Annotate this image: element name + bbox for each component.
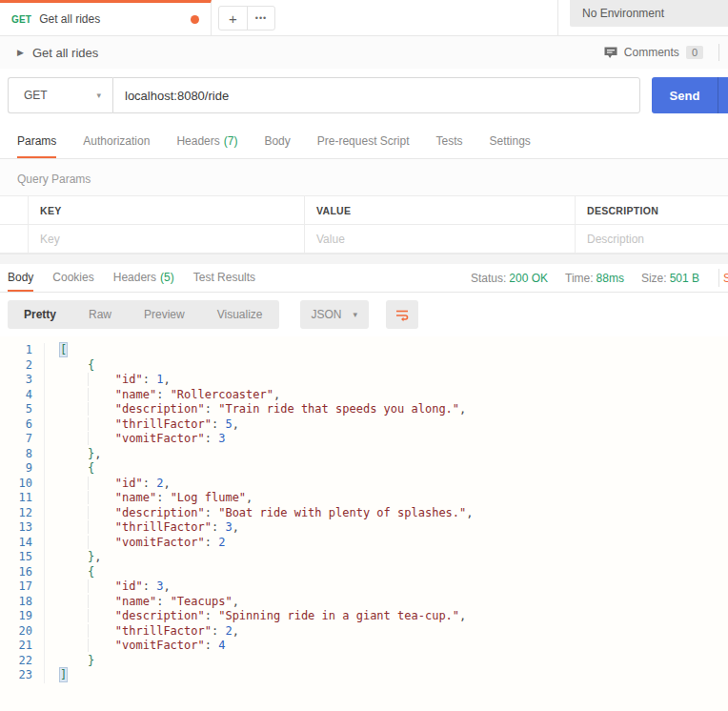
code-line: 17 "id": 3,	[0, 579, 728, 595]
line-content: "name": "Teacups",	[44, 595, 239, 610]
query-params-table: KEY VALUE DESCRIPTION Key Value Descript…	[0, 195, 728, 254]
line-content: {	[44, 565, 94, 580]
line-number: 6	[0, 417, 44, 433]
key-column-header: KEY	[29, 196, 305, 224]
line-content: {	[44, 358, 94, 374]
code-line: 9 {	[0, 461, 728, 477]
headers-count: (7)	[224, 134, 238, 148]
send-options-chevron-icon[interactable]: ▾	[718, 77, 728, 113]
line-content: "description": "Train ride that speeds y…	[44, 402, 466, 417]
wrap-text-icon	[394, 307, 410, 322]
view-raw-button[interactable]: Raw	[72, 300, 128, 329]
line-number: 18	[0, 595, 44, 610]
request-tabs: Params Authorization Headers(7) Body Pre…	[0, 126, 728, 159]
view-mode-switcher: Pretty Raw Preview Visualize	[8, 300, 279, 329]
response-tab-headers[interactable]: Headers(5)	[113, 264, 174, 292]
code-lines: 1[2 {3 "id": 1,4 "name": "Rollercoaster"…	[0, 343, 728, 683]
line-content: "thrillFactor": 2,	[44, 624, 239, 640]
tab-params[interactable]: Params	[17, 126, 56, 158]
url-value: localhost:8080/ride	[125, 89, 229, 103]
line-number: 20	[0, 624, 44, 640]
tab-pre-request-script[interactable]: Pre-request Script	[317, 126, 410, 158]
code-line: 22 }	[0, 654, 728, 669]
response-body-editor[interactable]: 1[2 {3 "id": 1,4 "name": "Rollercoaster"…	[0, 336, 728, 711]
response-tab-test-results[interactable]: Test Results	[193, 264, 255, 292]
view-preview-button[interactable]: Preview	[128, 300, 201, 329]
method-value: GET	[24, 89, 48, 102]
request-title: Get all rides	[32, 46, 98, 60]
query-params-label: Query Params	[0, 169, 728, 195]
save-response-button[interactable]: Save Response	[719, 264, 728, 292]
code-line: 1[	[0, 343, 728, 358]
view-visualize-button[interactable]: Visualize	[201, 300, 279, 329]
tab-headers[interactable]: Headers(7)	[176, 126, 237, 158]
new-tab-button[interactable]: +	[219, 7, 247, 30]
code-line: 7 "vomitFactor": 3	[0, 432, 728, 447]
response-tab-cookies[interactable]: Cookies	[52, 264, 93, 292]
line-content: "vomitFactor": 2	[44, 536, 225, 551]
code-line: 10 "id": 2,	[0, 477, 728, 492]
line-number: 11	[0, 491, 44, 506]
tab-tests[interactable]: Tests	[435, 126, 462, 158]
value-column-header: VALUE	[305, 196, 576, 224]
tab-settings[interactable]: Settings	[490, 126, 531, 158]
response-headers-count: (5)	[160, 271, 174, 284]
send-button[interactable]: Send ▾	[652, 77, 728, 113]
line-content: "name": "Rollercoaster",	[44, 388, 280, 403]
tab-body[interactable]: Body	[264, 126, 290, 158]
time-metric: Time:88ms	[565, 272, 624, 285]
status-value: 200 OK	[509, 272, 548, 285]
line-number: 7	[0, 432, 44, 447]
url-input[interactable]: localhost:8080/ride	[112, 77, 640, 113]
line-content: ]	[44, 668, 67, 683]
code-line: 16 {	[0, 565, 728, 580]
tab-bar: GET Get all rides + ••• No Environment	[0, 0, 728, 36]
wrap-text-button[interactable]	[386, 300, 418, 329]
description-column-header: DESCRIPTION	[576, 196, 728, 224]
line-number: 2	[0, 358, 44, 374]
code-line: 14 "vomitFactor": 2	[0, 536, 728, 551]
divider	[718, 44, 719, 61]
tab-options-button[interactable]: •••	[247, 7, 274, 30]
line-content: "name": "Log flume",	[44, 491, 253, 506]
line-content: "vomitFactor": 4	[44, 639, 225, 654]
key-input[interactable]: Key	[29, 225, 305, 253]
line-number: 23	[0, 668, 44, 683]
response-tab-body[interactable]: Body	[8, 264, 33, 292]
code-line: 6 "thrillFactor": 5,	[0, 417, 728, 433]
comments-button[interactable]: Comments 0	[604, 46, 703, 59]
tab-authorization[interactable]: Authorization	[83, 126, 150, 158]
line-content: {	[44, 461, 94, 477]
environment-selector[interactable]: No Environment	[570, 0, 728, 27]
line-number: 8	[0, 447, 44, 462]
line-content: "thrillFactor": 3,	[44, 520, 239, 536]
code-line: 8 },	[0, 447, 728, 462]
line-number: 4	[0, 388, 44, 403]
value-input[interactable]: Value	[305, 225, 576, 253]
method-dropdown[interactable]: GET ▾	[8, 77, 112, 113]
line-number: 16	[0, 565, 44, 580]
line-content: "id": 1,	[44, 373, 171, 388]
environment-area: No Environment	[557, 0, 728, 35]
chevron-down-icon: ▾	[96, 91, 101, 100]
description-input[interactable]: Description	[576, 225, 728, 253]
code-line: 20 "thrillFactor": 2,	[0, 624, 728, 640]
tab-title: Get all rides	[39, 12, 183, 26]
line-number: 19	[0, 609, 44, 624]
response-metrics: Status:200 OK Time:88ms Size:501 B	[471, 264, 718, 292]
row-select-cell[interactable]	[0, 225, 29, 253]
format-dropdown[interactable]: JSON ▾	[300, 300, 370, 329]
divider	[557, 0, 558, 36]
collapse-caret-icon[interactable]: ▶	[17, 48, 24, 57]
view-pretty-button[interactable]: Pretty	[8, 300, 72, 329]
size-metric: Size:501 B	[641, 272, 699, 285]
line-number: 9	[0, 461, 44, 477]
request-tab-get-all-rides[interactable]: GET Get all rides	[0, 0, 212, 35]
code-line: 18 "name": "Teacups",	[0, 595, 728, 610]
line-content: "description": "Spinning ride in a giant…	[44, 609, 466, 624]
pane-separator[interactable]	[0, 254, 728, 264]
line-content: "id": 2,	[44, 477, 171, 492]
code-line: 13 "thrillFactor": 3,	[0, 520, 728, 536]
line-number: 15	[0, 550, 44, 565]
url-row: GET ▾ localhost:8080/ride Send ▾	[0, 69, 728, 126]
